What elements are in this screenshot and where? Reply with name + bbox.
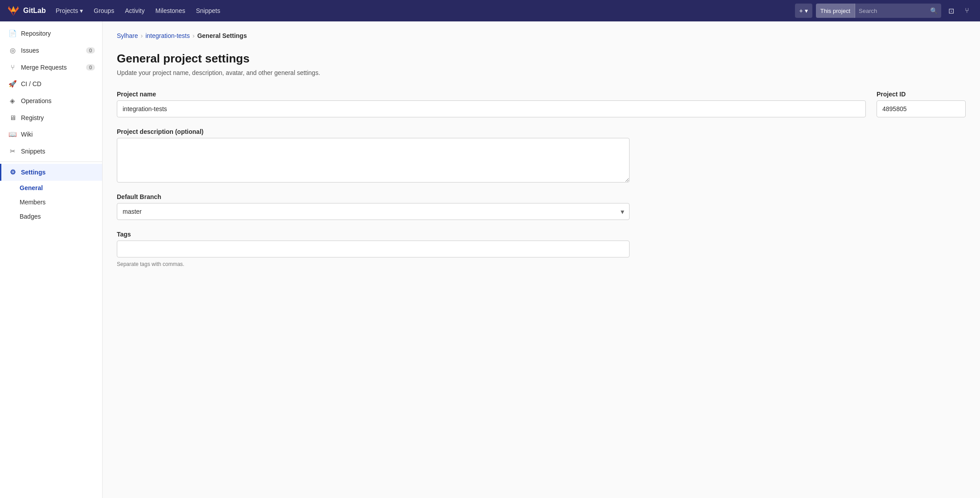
default-branch-select-wrapper: master main develop <box>117 203 630 220</box>
panels-icon-button[interactable]: ⊡ <box>945 5 958 17</box>
form-group-project-id: Project ID <box>877 91 966 117</box>
topnav-milestones[interactable]: Milestones <box>151 5 190 16</box>
sidebar-subitem-members[interactable]: Members <box>0 195 102 209</box>
tags-label: Tags <box>117 231 630 238</box>
sidebar-item-operations[interactable]: ◈ Operations <box>0 92 102 109</box>
sidebar-item-registry[interactable]: 🖥 Registry <box>0 109 102 126</box>
sidebar-subitem-badges[interactable]: Badges <box>0 209 102 224</box>
breadcrumb-sep-2: › <box>193 32 195 39</box>
project-description-label: Project description (optional) <box>117 128 966 135</box>
form-group-tags: Tags Separate tags with commas. <box>117 231 630 267</box>
merge-requests-icon: ⑂ <box>8 63 16 71</box>
form-group-default-branch: Default Branch master main develop <box>117 193 630 220</box>
form-group-description: Project description (optional) <box>117 128 966 183</box>
search-wrapper: This project 🔍 <box>816 4 941 18</box>
project-name-input[interactable] <box>117 100 866 117</box>
page-title: General project settings <box>117 52 966 66</box>
form-group-project-name: Project name <box>117 91 866 117</box>
plus-icon: + <box>799 7 803 14</box>
sidebar-item-cicd[interactable]: 🚀 CI / CD <box>0 75 102 92</box>
search-input[interactable] <box>855 8 926 14</box>
sidebar-item-snippets[interactable]: ✂ Snippets <box>0 143 102 160</box>
sidebar-item-issues[interactable]: ◎ Issues 0 <box>0 42 102 59</box>
default-branch-select[interactable]: master main develop <box>117 203 630 220</box>
page-subtitle: Update your project name, description, a… <box>117 69 966 76</box>
topnav: GitLab Projects ▾ Groups Activity Milest… <box>0 0 980 21</box>
topnav-snippets[interactable]: Snippets <box>191 5 224 16</box>
issues-badge: 0 <box>86 47 95 54</box>
search-scope-label[interactable]: This project <box>816 4 855 18</box>
project-description-textarea[interactable] <box>117 138 630 183</box>
breadcrumb-integration-tests[interactable]: integration-tests <box>145 32 190 39</box>
tags-input[interactable] <box>117 241 630 257</box>
project-id-input[interactable] <box>877 100 966 117</box>
sidebar-item-merge-requests[interactable]: ⑂ Merge Requests 0 <box>0 59 102 75</box>
sidebar-item-wiki[interactable]: 📖 Wiki <box>0 126 102 143</box>
issues-icon: ◎ <box>8 46 16 54</box>
breadcrumb-sylhare[interactable]: Sylhare <box>117 32 138 39</box>
breadcrumb: Sylhare › integration-tests › General Se… <box>117 32 966 39</box>
plus-chevron-icon: ▾ <box>805 7 808 14</box>
search-icon: 🔍 <box>926 7 941 14</box>
project-id-label: Project ID <box>877 91 966 98</box>
topnav-activity[interactable]: Activity <box>120 5 149 16</box>
merge-requests-badge: 0 <box>86 64 95 71</box>
form-row-name-id: Project name Project ID <box>117 91 966 117</box>
registry-icon: 🖥 <box>8 114 16 121</box>
sidebar-item-repository[interactable]: 📄 Repository <box>0 25 102 42</box>
project-name-label: Project name <box>117 91 866 98</box>
repository-icon: 📄 <box>8 29 16 37</box>
merge-requests-icon-button[interactable]: ⑂ <box>961 5 973 17</box>
snippets-icon: ✂ <box>8 147 16 155</box>
topnav-right: + ▾ This project 🔍 ⊡ ⑂ <box>795 4 973 18</box>
default-branch-label: Default Branch <box>117 193 630 200</box>
operations-icon: ◈ <box>8 97 16 105</box>
cicd-icon: 🚀 <box>8 80 16 88</box>
breadcrumb-current: General Settings <box>197 32 247 39</box>
sidebar-divider <box>0 162 102 162</box>
wiki-icon: 📖 <box>8 130 16 138</box>
sidebar-subitem-general[interactable]: General <box>0 181 102 195</box>
sidebar: 📄 Repository ◎ Issues 0 ⑂ Merge Requests… <box>0 21 103 498</box>
gitlab-logo[interactable]: GitLab <box>7 4 46 17</box>
layout: 📄 Repository ◎ Issues 0 ⑂ Merge Requests… <box>0 21 980 498</box>
topnav-groups[interactable]: Groups <box>89 5 119 16</box>
chevron-down-icon: ▾ <box>80 7 83 14</box>
new-item-button[interactable]: + ▾ <box>795 4 812 18</box>
sidebar-item-settings[interactable]: ⚙ Settings <box>0 164 102 181</box>
tags-hint: Separate tags with commas. <box>117 261 630 267</box>
breadcrumb-sep-1: › <box>140 32 143 39</box>
settings-icon: ⚙ <box>8 168 16 176</box>
main-content: Sylhare › integration-tests › General Se… <box>103 21 980 498</box>
topnav-logo-text: GitLab <box>23 7 46 15</box>
topnav-projects[interactable]: Projects ▾ <box>51 5 88 16</box>
